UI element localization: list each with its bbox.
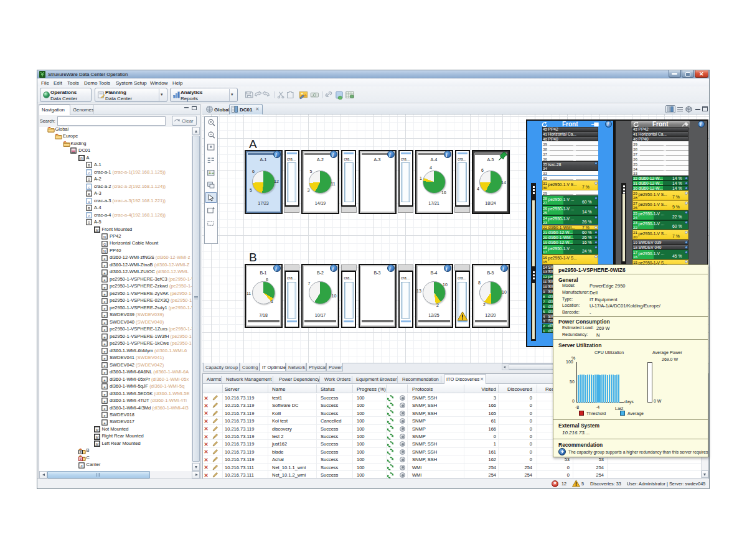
- svg-text:M: M: [95, 228, 98, 231]
- svg-text:c: c: [88, 199, 90, 203]
- svg-text:e: e: [104, 342, 106, 346]
- svg-text:e: e: [104, 349, 106, 353]
- svg-text:G: G: [103, 242, 106, 246]
- svg-text:c: c: [88, 170, 90, 174]
- svg-text:M: M: [95, 428, 98, 432]
- svg-text:c: c: [88, 213, 90, 217]
- svg-text:e: e: [104, 278, 106, 282]
- svg-text:N: N: [103, 250, 106, 253]
- svg-text:e: e: [104, 307, 106, 310]
- svg-text:d: d: [80, 464, 82, 467]
- svg-text:e: e: [104, 371, 106, 375]
- svg-text:R: R: [88, 221, 90, 225]
- svg-text:e: e: [104, 314, 106, 317]
- svg-text:N: N: [103, 235, 106, 239]
- svg-text:e: e: [104, 357, 106, 360]
- svg-text:R: R: [79, 450, 82, 454]
- svg-text:e: e: [104, 378, 106, 381]
- svg-text:e: e: [104, 406, 106, 410]
- svg-text:e: e: [104, 256, 106, 260]
- svg-text:R: R: [80, 157, 83, 161]
- svg-text:e: e: [104, 271, 106, 274]
- svg-text:R: R: [88, 164, 90, 167]
- svg-text:e: e: [104, 363, 106, 367]
- svg-text:e: e: [104, 385, 106, 389]
- svg-text:R: R: [88, 178, 90, 182]
- svg-text:e: e: [104, 335, 106, 339]
- svg-text:e: e: [104, 421, 106, 424]
- svg-text:c: c: [88, 185, 90, 189]
- svg-text:e: e: [104, 292, 106, 296]
- svg-text:R: R: [88, 192, 90, 196]
- svg-text:e: e: [104, 321, 106, 325]
- svg-text:M: M: [95, 442, 98, 446]
- svg-text:R: R: [88, 207, 90, 210]
- svg-text:e: e: [104, 392, 106, 396]
- svg-text:e: e: [104, 399, 106, 403]
- svg-text:e: e: [104, 328, 106, 332]
- svg-text:e: e: [104, 285, 106, 289]
- svg-text:R: R: [79, 457, 82, 461]
- svg-text:e: e: [104, 299, 106, 303]
- svg-text:e: e: [104, 414, 106, 418]
- svg-text:e: e: [104, 264, 106, 268]
- svg-text:M: M: [95, 435, 98, 439]
